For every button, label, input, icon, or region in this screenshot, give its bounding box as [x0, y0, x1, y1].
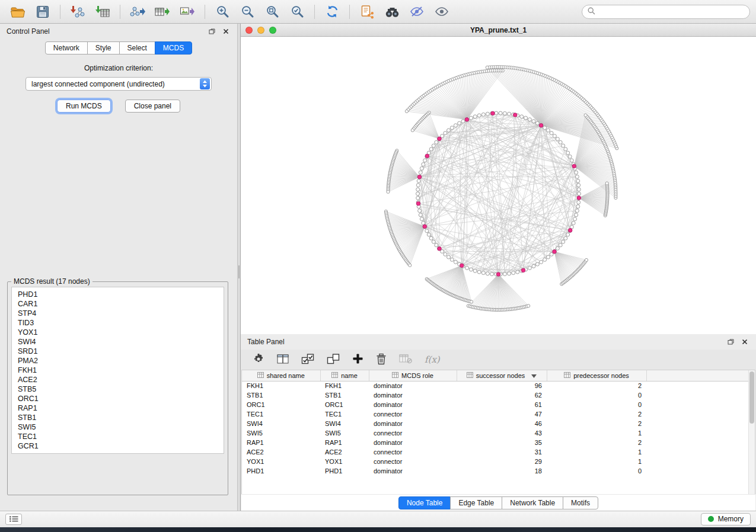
cell-predecessor-nodes: 0 [547, 466, 646, 476]
folder-icon [10, 5, 25, 18]
checks-off-icon [327, 353, 340, 367]
gear-icon [253, 353, 264, 367]
table-panel-float-button[interactable] [726, 337, 735, 347]
mcds-node-item[interactable]: YOX1 [18, 328, 218, 337]
table-row[interactable]: YOX1YOX1connector291 [242, 457, 748, 466]
tab-edge-table[interactable]: Edge Table [450, 496, 502, 509]
mcds-node-item[interactable]: CAR1 [18, 299, 218, 309]
mcds-node-item[interactable]: STB5 [18, 384, 218, 394]
mcds-node-item[interactable]: FKH1 [18, 366, 218, 375]
network-graph[interactable] [241, 37, 756, 334]
first-neighbors-button[interactable] [380, 2, 404, 21]
status-bar: Memory [0, 511, 756, 527]
control-panel-close-button[interactable] [221, 27, 231, 36]
zoom-selected-button[interactable] [285, 2, 309, 21]
cell-shared-name: TEC1 [242, 409, 320, 419]
tab-network-table[interactable]: Network Table [502, 496, 563, 509]
import-table-button[interactable] [91, 2, 114, 21]
cell-filler [646, 447, 748, 457]
mcds-node-item[interactable]: SWI5 [18, 422, 218, 432]
save-session-button[interactable] [31, 2, 55, 21]
zoom-out-button[interactable] [235, 2, 259, 21]
network-window-titlebar[interactable]: YPA_prune.txt_1 [241, 24, 756, 37]
zoom-in-icon [216, 5, 229, 18]
show-columns-button[interactable] [277, 354, 289, 366]
open-file-button[interactable] [6, 2, 30, 21]
create-column-button[interactable] [352, 353, 363, 366]
table-row[interactable]: ACE2ACE2connector311 [242, 447, 748, 457]
search-input[interactable] [599, 7, 744, 17]
table-row[interactable]: RAP1RAP1dominator352 [242, 438, 748, 447]
zoom-in-button[interactable] [210, 2, 234, 21]
show-all-button[interactable] [430, 2, 454, 21]
criterion-select[interactable]: largest connected component (undirected) [25, 77, 212, 91]
import-network-button[interactable] [66, 2, 90, 21]
column-header-predecessor-nodes[interactable]: predecessor nodes [547, 370, 646, 381]
table-row[interactable]: STB1STB1dominator620 [242, 390, 748, 400]
tab-node-table[interactable]: Node Table [398, 496, 451, 509]
tab-mcds[interactable]: MCDS [155, 41, 192, 55]
search-box[interactable] [582, 5, 750, 19]
close-window-button[interactable] [245, 27, 253, 34]
export-table-icon [155, 5, 170, 19]
column-header-shared-name[interactable]: shared name [242, 370, 320, 381]
mcds-node-item[interactable]: PMA2 [18, 356, 218, 366]
mcds-node-item[interactable]: RAP1 [18, 403, 218, 413]
table-row[interactable]: FKH1FKH1dominator962 [242, 381, 748, 390]
minimize-window-button[interactable] [257, 27, 264, 34]
export-table-button[interactable] [151, 2, 174, 21]
table-row[interactable]: SWI5SWI5connector431 [242, 428, 748, 438]
column-header-successor-nodes[interactable]: successor nodes [457, 370, 547, 381]
tab-style[interactable]: Style [87, 41, 120, 55]
column-header-MCDS-role[interactable]: MCDS role [369, 370, 457, 381]
cell-predecessor-nodes: 2 [547, 419, 646, 428]
export-network-button[interactable] [126, 2, 149, 21]
mcds-node-item[interactable]: STP4 [18, 309, 218, 318]
memory-button[interactable]: Memory [701, 513, 751, 525]
hide-selected-button[interactable] [405, 2, 429, 21]
cell-shared-name: ORC1 [242, 400, 320, 409]
scrollbar-thumb[interactable] [749, 371, 754, 424]
table-row[interactable]: TEC1TEC1connector472 [242, 409, 748, 419]
mcds-result-list[interactable]: PHD1CAR1STP4TID3YOX1SWI4SRD1PMA2FKH1ACE2… [11, 287, 224, 454]
mcds-node-item[interactable]: STB1 [18, 413, 218, 422]
select-all-columns-button[interactable] [301, 353, 314, 367]
table-row[interactable]: SWI4SWI4dominator462 [242, 419, 748, 428]
maximize-window-button[interactable] [269, 27, 276, 34]
unselect-all-columns-button[interactable] [327, 353, 340, 367]
tab-motifs[interactable]: Motifs [563, 496, 598, 509]
mcds-node-item[interactable]: TID3 [18, 318, 218, 328]
table-row[interactable]: ORC1ORC1dominator610 [242, 400, 748, 409]
share-document-button[interactable] [355, 2, 379, 21]
column-header-name[interactable]: name [320, 370, 369, 381]
delete-table-button[interactable] [399, 354, 412, 366]
zoom-fit-button[interactable] [260, 2, 284, 21]
mcds-node-item[interactable]: SWI4 [18, 337, 218, 347]
close-panel-button[interactable]: Close panel [125, 100, 180, 113]
control-panel-float-button[interactable] [207, 27, 216, 36]
table-panel-close-button[interactable] [740, 337, 749, 347]
run-mcds-button[interactable]: Run MCDS [57, 100, 111, 113]
tab-network[interactable]: Network [45, 41, 88, 55]
refresh-layout-button[interactable] [320, 2, 344, 21]
mcds-node-item[interactable]: GCR1 [18, 441, 218, 451]
network-canvas[interactable] [241, 37, 756, 334]
table-panel-title: Table Panel [247, 338, 285, 346]
mcds-node-item[interactable]: PHD1 [18, 290, 218, 299]
tab-select[interactable]: Select [119, 41, 155, 55]
table-scrollbar[interactable] [748, 370, 755, 494]
cell-successor-nodes: 18 [457, 466, 547, 476]
mcds-node-item[interactable]: ORC1 [18, 394, 218, 403]
table-row[interactable]: PHD1PHD1dominator180 [242, 466, 748, 476]
mcds-node-item[interactable]: TEC1 [18, 432, 218, 441]
table-settings-button[interactable] [253, 353, 264, 367]
fx-button[interactable]: f(x) [425, 354, 440, 365]
show-panels-button[interactable] [5, 514, 22, 525]
mcds-node-item[interactable]: ACE2 [18, 375, 218, 384]
delete-columns-button[interactable] [376, 353, 387, 367]
export-image-button[interactable] [176, 2, 199, 21]
cell-filler [646, 409, 748, 419]
column-grid-icon [564, 372, 570, 379]
cell-mcds-role: dominator [369, 466, 457, 476]
mcds-node-item[interactable]: SRD1 [18, 347, 218, 356]
